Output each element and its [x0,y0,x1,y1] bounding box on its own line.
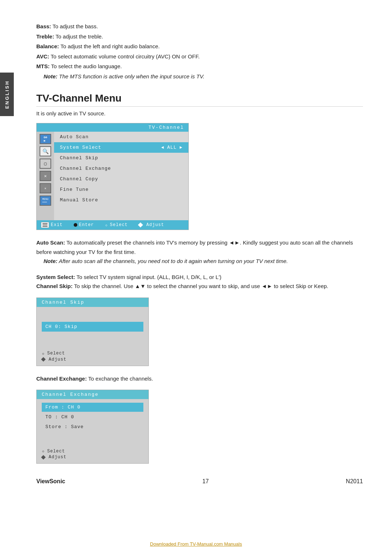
adjust-label: Adjust [146,222,164,227]
select-label: Select [110,222,128,227]
sidebar-label-text: ENGLISH [4,80,10,109]
tv-menu-icons: G⊕▣ 🔍 ▢ ✕ [37,132,54,220]
footer-model: N2011 [346,478,363,485]
bass-text: To adjust the bass. [51,23,98,29]
exchange-select-line: ⬦ Select [42,448,143,454]
footer-page-num: 17 [202,478,209,485]
tv-menu-items: Auto Scan System Select ◄ ALL ► Channel … [54,132,188,220]
footer-link[interactable]: Downloaded From TV-Manual.com Manuals [150,541,242,547]
bass-line: Bass: To adjust the bass. [36,22,363,31]
page-footer: ViewSonic 17 N2011 [36,475,363,485]
system-select-desc-text: To select TV system signal input. (ALL, … [75,274,221,280]
skip-diamond-icon [41,357,46,362]
treble-label: Treble: [36,33,54,40]
channel-skip-footer: ⬦ Select Adjust [37,348,148,366]
channel-skip-desc-text: To skip the channel. Use ▲▼ to select th… [73,283,328,289]
icon-system-select: 🔍 [39,145,52,157]
section-title: TV-Channel Menu [36,93,363,107]
tv-menu-body: G⊕▣ 🔍 ▢ ✕ [37,132,188,220]
system-select-label: System Select [60,145,101,150]
system-select-desc-bold: System Select: [36,274,75,280]
exchange-updown-icon: ⬦ [42,448,45,454]
tv-menu-footer: Exit Enter ⬦ Select Adjust [37,220,188,230]
channel-exchange-desc: Channel Exchange: To exchange the channe… [36,374,363,383]
mts-label: MTS: [36,63,50,69]
mts-note-line: Note: The MTS function is active only wh… [36,72,363,81]
auto-scan-desc-text: To automatically preset the channels int… [36,239,353,255]
menu-item-channel-copy: Channel Copy [54,174,188,184]
exchange-diamond-icon [41,455,46,460]
arrow-left-icon: ◄ [161,145,164,150]
channel-skip-spacer [42,333,143,343]
footer-enter: Enter [74,222,94,227]
skip-select-label: Select [47,351,65,356]
system-select-option: ALL [167,145,176,150]
skip-adjust-line: Adjust [42,357,143,362]
menu-item-channel-exchange: Channel Exchange [54,163,188,174]
avc-text: To select automatic volume control circu… [49,53,200,59]
treble-text: To adjust the treble. [54,33,103,40]
system-select-desc: System Select: To select TV system signa… [36,272,363,282]
balance-text: To adjust the left and right audio balan… [59,43,160,49]
balance-label: Balance: [36,43,59,49]
mts-note-label: Note: [44,73,57,79]
channel-skip-label: Channel Skip [60,155,98,161]
menu-item-system-select: System Select ◄ ALL ► [54,142,188,153]
channel-exchange-footer: ⬦ Select Adjust [37,446,148,463]
body-text-auto-scan: Auto Scan: To automatically preset the c… [36,238,363,266]
balance-line: Balance: To adjust the left and right au… [36,42,363,51]
diamond-icon [138,222,143,227]
skip-adjust-label: Adjust [49,357,66,362]
mts-line: MTS: To select the audio language. [36,62,363,71]
icon-channel-exchange: ✕ [39,170,52,182]
channel-skip-empty-row [42,311,143,320]
exchange-store-row: Store : Save [42,422,143,431]
system-select-value: ◄ ALL ► [161,145,183,150]
auto-scan-note-text: After auto scan all the channels, you ne… [57,258,288,264]
mts-note-text: The MTS function is active only when the… [57,73,204,79]
channel-exchange-header: Channel Exchange [37,390,148,399]
exchange-select-label: Select [47,449,65,454]
enter-label: Enter [79,222,94,227]
tv-menu-header: TV-Channel [37,123,188,132]
auto-scan-note-bold: Note: [44,258,57,264]
exit-label: Exit [51,222,63,227]
footer-select: ⬦ Select [105,222,128,228]
icon-channel-copy: ✕ [39,182,52,194]
page-wrapper: ENGLISH Bass: To adjust the bass. Treble… [0,0,392,554]
channel-skip-row: CH 0: Skip [42,322,143,332]
channel-skip-desc-bold: Channel Skip: [36,283,73,289]
channel-skip-desc: Channel Skip: To skip the channel. Use ▲… [36,282,363,291]
exchange-adjust-line: Adjust [42,455,143,460]
auto-scan-label: Auto Scan [60,134,89,140]
exchange-from-row: From : CH 0 [42,403,143,412]
body-text-system-select: System Select: To select TV system signa… [36,272,363,291]
sidebar-english: ENGLISH [0,73,14,116]
fine-tune-label: Fine Tune [60,187,89,192]
menu-icon [41,222,49,228]
menu-item-auto-scan: Auto Scan [54,132,188,142]
skip-select-line: ⬦ Select [42,351,143,356]
channel-exchange-submenu: Channel Exchange From : CH 0 TO : CH 0 S… [36,390,149,464]
manual-store-label: Manual Store [60,197,98,203]
icon-auto-scan: G⊕▣ [39,133,52,145]
channel-skip-header: Channel Skip [37,298,148,307]
circle-button-icon [74,223,77,227]
updown-arrow-icon: ⬦ [105,222,108,228]
footer-brand: ViewSonic [36,478,65,485]
auto-scan-desc-bold: Auto Scan: [36,239,65,246]
channel-exchange-body: From : CH 0 TO : CH 0 Store : Save [37,399,148,446]
tv-channel-menu: TV-Channel G⊕▣ 🔍 ▢ [36,123,189,230]
exchange-spacer [42,432,143,441]
mts-text: To select the audio language. [50,63,122,69]
footer-exit: Exit [41,222,63,228]
channel-exchange-bold: Channel Exchange: [36,376,87,382]
menu-item-manual-store: Manual Store [54,195,188,205]
icon-fine-tune: MENU═══ [39,195,52,206]
channel-copy-label: Channel Copy [60,176,98,182]
menu-item-fine-tune: Fine Tune [54,184,188,195]
auto-scan-note: Note: After auto scan all the channels, … [36,257,363,266]
channel-skip-submenu: Channel Skip CH 0: Skip ⬦ Select Adjust [36,297,149,366]
footer-adjust: Adjust [139,222,164,227]
exchange-adjust-label: Adjust [49,455,66,460]
